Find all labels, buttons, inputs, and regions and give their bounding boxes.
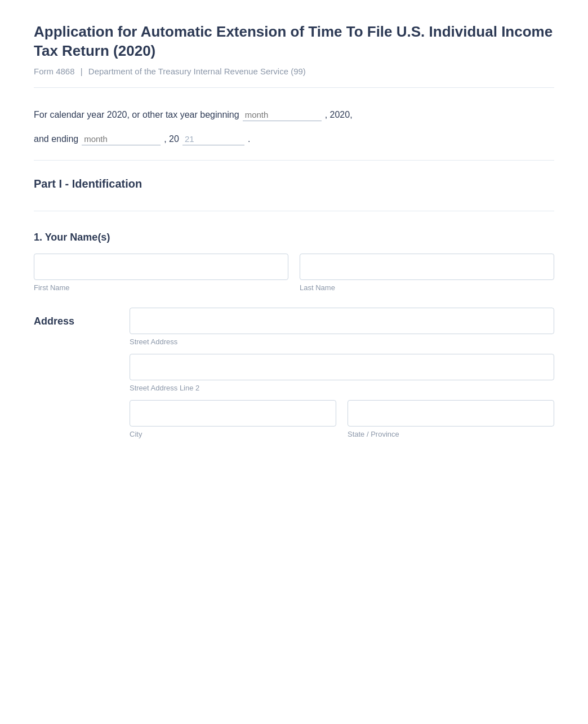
street2-field-wrapper: Street Address Line 2 <box>130 354 554 392</box>
city-input[interactable] <box>130 400 336 427</box>
street-address-line2-input[interactable] <box>130 354 554 380</box>
city-label: City <box>130 430 336 438</box>
address-section-label: Address <box>34 308 113 327</box>
form-number: Form 4868 <box>34 66 75 76</box>
beginning-year-suffix: , 2020, <box>325 105 353 125</box>
street-field-wrapper: Street Address <box>130 308 554 346</box>
address-section: Address Street Address Street Address Li… <box>34 308 554 438</box>
part1-divider-top <box>34 160 554 161</box>
state-label: State / Province <box>348 430 554 438</box>
page-title: Application for Automatic Extension of T… <box>34 23 554 61</box>
street-address-input[interactable] <box>130 308 554 334</box>
address-fields: Street Address Street Address Line 2 Cit… <box>130 308 554 438</box>
ending-prefix: and ending <box>34 129 78 149</box>
names-section: 1. Your Name(s) First Name Last Name <box>34 232 554 292</box>
tax-year-beginning-row: For calendar year 2020, or other tax yea… <box>34 105 554 125</box>
state-field-wrapper: State / Province <box>348 400 554 438</box>
tax-year-section: For calendar year 2020, or other tax yea… <box>34 105 554 149</box>
street-label: Street Address <box>130 337 554 346</box>
beginning-prefix-text: For calendar year 2020, or other tax yea… <box>34 105 239 125</box>
street2-label: Street Address Line 2 <box>130 384 554 392</box>
part1-heading: Part I - Identification <box>34 177 554 199</box>
tax-year-ending-row: and ending , 20 . <box>34 129 554 149</box>
page-header: Application for Automatic Extension of T… <box>34 23 554 76</box>
city-state-row: City State / Province <box>130 400 554 438</box>
names-section-heading: 1. Your Name(s) <box>34 232 554 243</box>
ending-century: , 20 <box>164 129 179 149</box>
last-name-input[interactable] <box>300 254 554 280</box>
page-subtitle: Form 4868 | Department of the Treasury I… <box>34 66 554 76</box>
beginning-month-input[interactable] <box>243 109 322 121</box>
ending-year-input[interactable] <box>182 133 244 145</box>
state-province-input[interactable] <box>348 400 554 427</box>
first-name-field-wrapper: First Name <box>34 254 288 292</box>
header-divider <box>34 87 554 88</box>
name-inputs-row: First Name Last Name <box>34 254 554 292</box>
first-name-label: First Name <box>34 283 288 292</box>
ending-period: . <box>248 129 250 149</box>
part1-divider-bottom <box>34 211 554 211</box>
last-name-label: Last Name <box>300 283 554 292</box>
ending-month-input[interactable] <box>82 133 161 145</box>
subtitle-divider: | <box>81 66 83 76</box>
dept-name: Department of the Treasury Internal Reve… <box>88 66 306 76</box>
city-field-wrapper: City <box>130 400 336 438</box>
last-name-field-wrapper: Last Name <box>300 254 554 292</box>
first-name-input[interactable] <box>34 254 288 280</box>
